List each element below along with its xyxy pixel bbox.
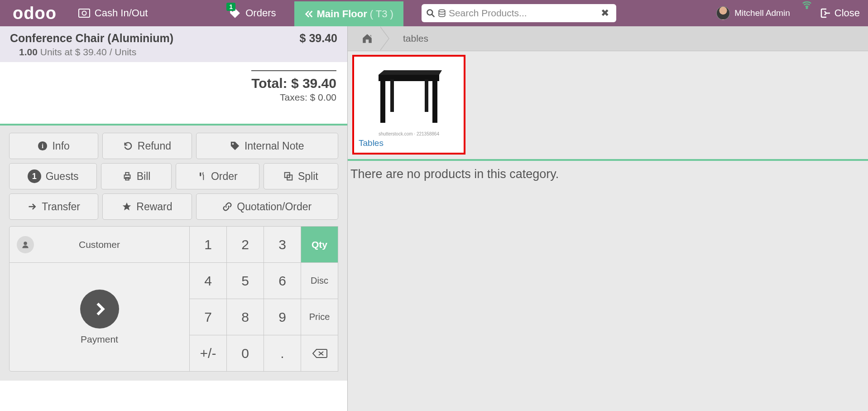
- chevrons-left-icon: [304, 9, 314, 19]
- product-panel: tables shutterstock.com · 221358864 Tabl…: [348, 26, 868, 411]
- svg-point-10: [232, 143, 234, 145]
- svg-rect-25: [390, 79, 394, 112]
- floor-label: Main Floor: [317, 8, 367, 20]
- avatar: [716, 6, 730, 20]
- svg-point-1: [82, 11, 86, 15]
- copy-icon: [283, 171, 293, 181]
- main-floor-button[interactable]: Main Floor ( T3 ): [294, 1, 403, 26]
- category-card-tables[interactable]: shutterstock.com · 221358864 Tables: [352, 55, 465, 155]
- backspace-icon: [312, 348, 327, 359]
- close-button[interactable]: Close: [816, 0, 868, 26]
- svg-rect-24: [432, 81, 437, 123]
- breadcrumb: tables: [348, 26, 868, 51]
- svg-rect-21: [379, 75, 439, 81]
- info-icon: i: [38, 141, 48, 151]
- cash-icon: [78, 9, 90, 18]
- svg-rect-0: [79, 9, 90, 17]
- numpad-3[interactable]: 3: [264, 227, 301, 263]
- numpad-1[interactable]: 1: [190, 227, 227, 263]
- star-icon: [122, 202, 132, 212]
- line-product-name: Conference Chair (Aluminium): [10, 32, 173, 45]
- line-qty: 1.00: [19, 47, 38, 57]
- numpad-9[interactable]: 9: [264, 299, 301, 335]
- print-icon: [122, 171, 132, 181]
- numpad-6[interactable]: 6: [264, 263, 301, 299]
- topbar: odoo Cash In/Out 1 Orders Main Floor ( T…: [0, 0, 868, 26]
- search-wrap: ✖: [422, 5, 616, 22]
- close-label: Close: [834, 7, 860, 19]
- control-pad: i Info Refund Internal Note 1: [0, 126, 347, 381]
- user-menu[interactable]: Mitchell Admin: [709, 0, 797, 26]
- reward-button[interactable]: Reward: [102, 193, 192, 220]
- svg-rect-26: [425, 79, 428, 112]
- bill-button[interactable]: Bill: [101, 163, 172, 189]
- numpad-dot[interactable]: .: [264, 335, 301, 372]
- user-icon: [17, 236, 34, 253]
- svg-point-3: [427, 10, 432, 15]
- svg-rect-23: [380, 81, 385, 123]
- order-taxes: Taxes: $ 0.00: [251, 92, 336, 103]
- numpad-7[interactable]: 7: [190, 299, 227, 335]
- payment-button[interactable]: Payment: [10, 263, 189, 371]
- info-button[interactable]: i Info: [9, 133, 98, 159]
- numpad-disc[interactable]: Disc: [301, 263, 338, 299]
- floor-table: ( T3 ): [370, 8, 393, 20]
- order-panel: Conference Chair (Aluminium) $ 39.40 1.0…: [0, 26, 348, 411]
- sign-out-icon: [820, 8, 831, 19]
- close-icon: ✖: [601, 7, 609, 19]
- category-list: shutterstock.com · 221358864 Tables: [348, 51, 868, 159]
- arrow-right-icon: [27, 202, 37, 211]
- svg-point-18: [24, 242, 27, 245]
- cash-in-out-button[interactable]: Cash In/Out: [69, 0, 157, 26]
- svg-line-4: [432, 15, 434, 17]
- wifi-status: [797, 0, 816, 26]
- numpad: 1 2 3 Qty 4 5 6 Disc 7 8 9 Price +/- 0 .: [189, 226, 338, 372]
- search-box[interactable]: ✖: [422, 4, 616, 22]
- search-input[interactable]: [449, 8, 595, 19]
- numpad-0[interactable]: 0: [227, 335, 264, 372]
- orders-badge: 1: [226, 3, 235, 11]
- order-summary: Total: $ 39.40 Taxes: $ 0.00: [0, 62, 347, 107]
- refund-button[interactable]: Refund: [102, 133, 192, 159]
- numpad-qty[interactable]: Qty: [301, 227, 338, 263]
- search-icon: [426, 9, 435, 18]
- empty-category-message: There are no products in this category.: [348, 161, 868, 188]
- user-name: Mitchell Admin: [734, 8, 790, 18]
- numpad-2[interactable]: 2: [227, 227, 264, 263]
- numpad-plusminus[interactable]: +/-: [190, 335, 227, 372]
- undo-icon: [123, 141, 133, 151]
- quotation-button[interactable]: Quotation/Order: [196, 193, 338, 220]
- breadcrumb-current[interactable]: tables: [395, 33, 436, 44]
- split-button[interactable]: Split: [264, 163, 338, 189]
- orders-button[interactable]: 1 Orders: [220, 0, 285, 26]
- guests-button[interactable]: 1 Guests: [9, 163, 97, 189]
- database-icon: [438, 9, 446, 18]
- guests-count: 1: [28, 169, 41, 183]
- cash-label: Cash In/Out: [95, 7, 148, 19]
- svg-rect-12: [125, 173, 129, 175]
- numpad-5[interactable]: 5: [227, 263, 264, 299]
- category-label: Tables: [359, 138, 459, 148]
- link-icon: [222, 202, 232, 212]
- main: Conference Chair (Aluminium) $ 39.40 1.0…: [0, 26, 868, 411]
- breadcrumb-home[interactable]: [357, 28, 378, 49]
- search-clear-button[interactable]: ✖: [598, 7, 612, 19]
- order-line[interactable]: Conference Chair (Aluminium) $ 39.40 1.0…: [0, 26, 347, 62]
- transfer-button[interactable]: Transfer: [9, 193, 98, 220]
- internal-note-button[interactable]: Internal Note: [196, 133, 338, 159]
- numpad-4[interactable]: 4: [190, 263, 227, 299]
- svg-point-5: [439, 10, 445, 12]
- numpad-8[interactable]: 8: [227, 299, 264, 335]
- line-price: $ 39.40: [300, 32, 337, 45]
- numpad-price[interactable]: Price: [301, 299, 338, 335]
- tag-icon: [230, 141, 240, 151]
- svg-marker-17: [123, 203, 131, 210]
- category-image: [359, 61, 459, 131]
- svg-marker-22: [379, 70, 442, 75]
- customer-button[interactable]: Customer: [10, 227, 189, 263]
- odoo-logo: odoo: [0, 0, 69, 26]
- order-button[interactable]: Order: [176, 163, 259, 189]
- svg-text:i: i: [42, 142, 43, 150]
- numpad-backspace[interactable]: [301, 335, 338, 372]
- home-icon: [361, 33, 374, 44]
